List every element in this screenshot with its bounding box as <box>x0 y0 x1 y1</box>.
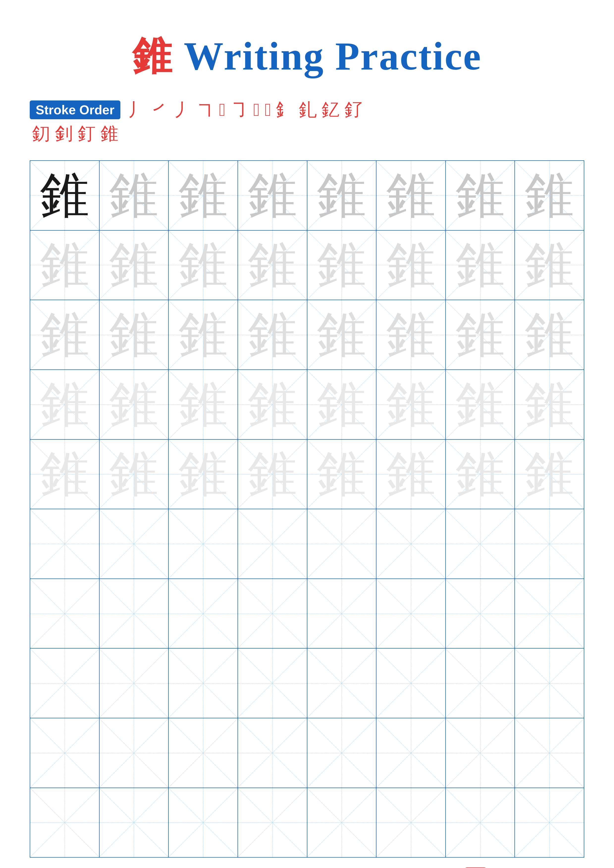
grid-cell-5-6[interactable]: 錐 <box>376 440 446 509</box>
grid-cell-7-3[interactable] <box>169 579 238 648</box>
grid-cell-2-4[interactable]: 錐 <box>238 231 307 300</box>
grid-cell-4-5[interactable]: 錐 <box>307 370 377 439</box>
grid-char-1-4: 錐 <box>248 171 297 220</box>
grid-cell-1-7[interactable]: 錐 <box>446 161 515 230</box>
grid-cell-4-2[interactable]: 錐 <box>99 370 169 439</box>
grid-cell-6-4[interactable] <box>238 509 307 578</box>
grid-row-7 <box>30 579 584 649</box>
grid-cell-3-3[interactable]: 錐 <box>169 300 238 369</box>
stroke-order-section: Stroke Order 丿 ㇒ ㇓ ㇕ 𠃌 ㇆ 𠃊 𠃋 釒 釓 釔 釕 釖 釗… <box>30 98 584 146</box>
grid-cell-3-5[interactable]: 錐 <box>307 300 377 369</box>
grid-cell-3-8[interactable]: 錐 <box>515 300 584 369</box>
grid-cell-5-7[interactable]: 錐 <box>446 440 515 509</box>
grid-char-1-5: 錐 <box>317 171 366 220</box>
grid-cell-5-3[interactable]: 錐 <box>169 440 238 509</box>
stroke-12: 釕 <box>345 98 362 122</box>
grid-cell-5-5[interactable]: 錐 <box>307 440 377 509</box>
grid-cell-7-5[interactable] <box>307 579 377 648</box>
grid-cell-6-5[interactable] <box>307 509 377 578</box>
practice-grid: 錐 錐 錐 錐 錐 錐 錐 <box>30 160 584 858</box>
grid-cell-8-8[interactable] <box>515 648 584 718</box>
grid-cell-7-4[interactable] <box>238 579 307 648</box>
grid-cell-5-1[interactable]: 錐 <box>30 440 99 509</box>
grid-row-10 <box>30 788 584 857</box>
grid-row-3: 錐 錐 錐 錐 錐 錐 錐 錐 <box>30 300 584 370</box>
grid-cell-1-6[interactable]: 錐 <box>376 161 446 230</box>
grid-cell-7-8[interactable] <box>515 579 584 648</box>
grid-cell-4-8[interactable]: 錐 <box>515 370 584 439</box>
grid-cell-2-1[interactable]: 錐 <box>30 231 99 300</box>
grid-cell-8-6[interactable] <box>376 648 446 718</box>
grid-cell-6-8[interactable] <box>515 509 584 578</box>
grid-cell-10-1[interactable] <box>30 788 99 857</box>
title-chinese-char: 錐 <box>132 34 173 78</box>
grid-cell-7-6[interactable] <box>376 579 446 648</box>
grid-cell-4-3[interactable]: 錐 <box>169 370 238 439</box>
stroke-order-badge: Stroke Order <box>30 101 120 119</box>
grid-cell-8-2[interactable] <box>99 648 169 718</box>
grid-cell-7-2[interactable] <box>99 579 169 648</box>
grid-cell-10-7[interactable] <box>446 788 515 857</box>
title-text: Writing Practice <box>173 34 482 78</box>
grid-cell-1-3[interactable]: 錐 <box>169 161 238 230</box>
grid-cell-8-3[interactable] <box>169 648 238 718</box>
grid-cell-10-4[interactable] <box>238 788 307 857</box>
grid-char-1-1: 錐 <box>40 171 89 220</box>
grid-cell-4-7[interactable]: 錐 <box>446 370 515 439</box>
grid-cell-10-8[interactable] <box>515 788 584 857</box>
stroke-order-row-2: 釖 釗 釘 錐 <box>30 122 584 146</box>
grid-cell-1-1[interactable]: 錐 <box>30 161 99 230</box>
grid-cell-3-2[interactable]: 錐 <box>99 300 169 369</box>
grid-cell-8-5[interactable] <box>307 648 377 718</box>
grid-cell-9-2[interactable] <box>99 718 169 787</box>
grid-cell-10-6[interactable] <box>376 788 446 857</box>
grid-cell-6-2[interactable] <box>99 509 169 578</box>
grid-cell-8-7[interactable] <box>446 648 515 718</box>
grid-cell-1-5[interactable]: 錐 <box>307 161 377 230</box>
grid-cell-9-7[interactable] <box>446 718 515 787</box>
grid-cell-1-2[interactable]: 錐 <box>99 161 169 230</box>
grid-cell-3-7[interactable]: 錐 <box>446 300 515 369</box>
grid-cell-5-4[interactable]: 錐 <box>238 440 307 509</box>
grid-cell-1-8[interactable]: 錐 <box>515 161 584 230</box>
stroke-6: ㇆ <box>230 98 248 122</box>
grid-cell-2-3[interactable]: 錐 <box>169 231 238 300</box>
grid-cell-9-1[interactable] <box>30 718 99 787</box>
grid-row-6 <box>30 509 584 579</box>
grid-cell-8-4[interactable] <box>238 648 307 718</box>
grid-row-4: 錐 錐 錐 錐 錐 錐 錐 錐 <box>30 370 584 440</box>
grid-char-1-6: 錐 <box>386 171 436 220</box>
grid-cell-4-6[interactable]: 錐 <box>376 370 446 439</box>
grid-cell-8-1[interactable] <box>30 648 99 718</box>
grid-cell-2-6[interactable]: 錐 <box>376 231 446 300</box>
grid-cell-5-8[interactable]: 錐 <box>515 440 584 509</box>
stroke-13: 釖 <box>32 122 50 146</box>
grid-cell-5-2[interactable]: 錐 <box>99 440 169 509</box>
grid-cell-7-7[interactable] <box>446 579 515 648</box>
grid-cell-2-8[interactable]: 錐 <box>515 231 584 300</box>
grid-cell-6-1[interactable] <box>30 509 99 578</box>
grid-cell-10-3[interactable] <box>169 788 238 857</box>
grid-cell-3-6[interactable]: 錐 <box>376 300 446 369</box>
grid-cell-3-4[interactable]: 錐 <box>238 300 307 369</box>
grid-cell-9-8[interactable] <box>515 718 584 787</box>
grid-cell-2-7[interactable]: 錐 <box>446 231 515 300</box>
grid-cell-6-6[interactable] <box>376 509 446 578</box>
grid-cell-9-5[interactable] <box>307 718 377 787</box>
grid-cell-6-7[interactable] <box>446 509 515 578</box>
grid-cell-9-6[interactable] <box>376 718 446 787</box>
stroke-14: 釗 <box>55 122 73 146</box>
grid-cell-10-2[interactable] <box>99 788 169 857</box>
grid-cell-2-2[interactable]: 錐 <box>99 231 169 300</box>
grid-cell-9-3[interactable] <box>169 718 238 787</box>
grid-row-8 <box>30 648 584 718</box>
grid-cell-6-3[interactable] <box>169 509 238 578</box>
grid-cell-10-5[interactable] <box>307 788 377 857</box>
grid-cell-4-4[interactable]: 錐 <box>238 370 307 439</box>
grid-cell-9-4[interactable] <box>238 718 307 787</box>
grid-cell-3-1[interactable]: 錐 <box>30 300 99 369</box>
grid-cell-1-4[interactable]: 錐 <box>238 161 307 230</box>
grid-cell-2-5[interactable]: 錐 <box>307 231 377 300</box>
grid-cell-4-1[interactable]: 錐 <box>30 370 99 439</box>
grid-cell-7-1[interactable] <box>30 579 99 648</box>
